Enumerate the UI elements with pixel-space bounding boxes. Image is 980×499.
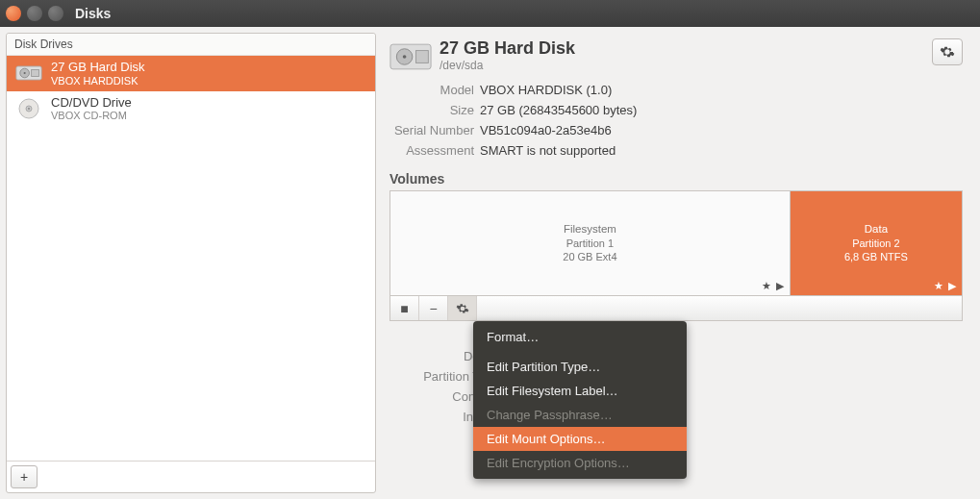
svg-point-2 [24, 72, 26, 74]
svg-point-9 [403, 55, 407, 59]
svg-rect-3 [32, 70, 39, 77]
drive-list: 27 GB Hard Disk VBOX HARDDISK CD/DVD Dri… [7, 56, 375, 461]
volumes-header: Volumes [389, 171, 963, 187]
cm-format[interactable]: Format… [473, 325, 687, 349]
value-model: VBOX HARDDISK (1.0) [480, 83, 963, 97]
window-title: Disks [75, 6, 111, 21]
volume-context-menu: Format… Edit Partition Type… Edit Filesy… [473, 321, 687, 479]
volume-indicators: ★ ▶ [762, 279, 785, 292]
label-assessment: Assessment [389, 143, 474, 158]
hard-disk-icon [14, 61, 43, 86]
volume-fs: 20 GB Ext4 [563, 250, 616, 263]
label-contents: Conte [389, 389, 486, 404]
value-size: 27 GB (26843545600 bytes) [480, 103, 963, 117]
add-drive-button[interactable]: + [11, 465, 38, 488]
volume-partition-1[interactable]: Filesystem Partition 1 20 GB Ext4 ★ ▶ [390, 191, 791, 295]
disk-device-path: /dev/sda [440, 59, 575, 72]
value-serial: VB51c094a0-2a53e4b6 [480, 123, 963, 137]
drive-name: 27 GB Hard Disk [51, 60, 145, 75]
gear-icon [940, 44, 955, 60]
sidebar-header: Disk Drives [7, 34, 375, 56]
drive-sub: VBOX CD-ROM [51, 110, 132, 122]
drive-item-hard-disk[interactable]: 27 GB Hard Disk VBOX HARDDISK [7, 56, 375, 91]
volume-partition: Partition 1 [566, 237, 615, 250]
label-in-use: In U [389, 410, 486, 424]
label-partition-type: Partition Ty [389, 369, 486, 384]
svg-point-6 [28, 108, 30, 110]
volume-name: Filesystem [564, 222, 616, 237]
unmount-button[interactable]: ■ [390, 296, 419, 320]
value-assessment: SMART is not supported [480, 143, 963, 158]
drive-item-cd-dvd[interactable]: CD/DVD Drive VBOX CD-ROM [7, 91, 375, 127]
optical-drive-icon [14, 96, 43, 121]
window-maximize-button[interactable] [48, 6, 63, 21]
volume-partition: Partition 2 [852, 237, 900, 250]
label-serial: Serial Number [389, 123, 474, 137]
drive-sub: VBOX HARDDISK [51, 75, 145, 87]
volumes-box: Filesystem Partition 1 20 GB Ext4 ★ ▶ Da… [389, 190, 963, 321]
volume-fs: 6,8 GB NTFS [844, 250, 908, 263]
label-size: Size [389, 103, 474, 117]
titlebar: Disks [0, 0, 980, 27]
hard-disk-large-icon [389, 40, 432, 73]
volume-indicators: ★ ▶ [934, 279, 957, 292]
window-close-button[interactable] [6, 6, 21, 21]
label-vol-size: S [389, 329, 486, 343]
svg-rect-10 [416, 51, 429, 63]
cm-change-passphrase: Change Passphrase… [473, 403, 687, 427]
cm-edit-filesystem-label[interactable]: Edit Filesystem Label… [473, 379, 687, 403]
cm-edit-partition-type[interactable]: Edit Partition Type… [473, 355, 687, 379]
cm-edit-encryption-options: Edit Encryption Options… [473, 451, 687, 475]
volume-partition-2[interactable]: Data Partition 2 6,8 GB NTFS ★ ▶ [791, 191, 962, 295]
disk-title: 27 GB Hard Disk [440, 38, 575, 59]
gear-icon [456, 302, 469, 315]
delete-partition-button[interactable]: − [419, 296, 448, 320]
volume-name: Data [865, 222, 888, 237]
window-minimize-button[interactable] [27, 6, 42, 21]
drive-sidebar: Disk Drives 27 GB Hard Disk VBOX HARDDIS… [6, 33, 376, 493]
sidebar-footer: + [7, 461, 375, 492]
label-model: Model [389, 83, 474, 97]
disk-options-button[interactable] [932, 38, 963, 65]
cm-edit-mount-options[interactable]: Edit Mount Options… [473, 427, 687, 451]
drive-name: CD/DVD Drive [51, 95, 132, 111]
volume-options-button[interactable] [448, 296, 477, 320]
label-vol-device: Dev [389, 349, 486, 363]
volume-toolbar: ■ − [390, 295, 962, 320]
